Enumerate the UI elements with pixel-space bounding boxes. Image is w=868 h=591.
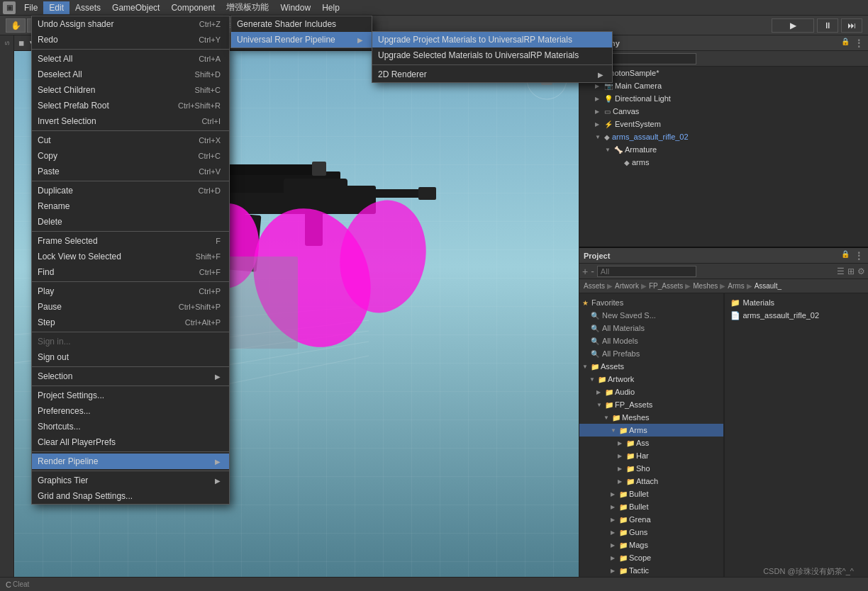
menu-enhanced[interactable]: 增强板功能 <box>221 0 274 15</box>
hierarchy-lock[interactable]: 🔒 <box>841 38 850 49</box>
menu-gameobject[interactable]: GameObject <box>106 1 165 14</box>
tree-item[interactable]: ▶📁Scope <box>579 551 723 564</box>
toolbar-hand[interactable]: ✋ <box>6 18 26 33</box>
item-icon-mesh: ◆ <box>624 159 630 167</box>
fav-label: All Materials <box>602 324 645 332</box>
menu-file[interactable]: File <box>18 1 43 14</box>
project-more[interactable]: ⋮ <box>854 250 864 261</box>
menu-copy[interactable]: Copy Ctrl+C <box>32 148 229 164</box>
tree-item[interactable]: ▼📁FP_Assets <box>579 398 723 411</box>
file-item[interactable]: 📄arms_assault_rifle_02 <box>725 309 869 322</box>
menu-paste[interactable]: Paste Ctrl+V <box>32 164 229 179</box>
menu-delete[interactable]: Delete <box>32 214 229 230</box>
menu-invert-selection[interactable]: Invert Selection Ctrl+I <box>32 113 229 129</box>
menu-redo[interactable]: Redo Ctrl+Y <box>32 32 229 47</box>
tree-item[interactable]: ▶📁Grena <box>579 513 723 526</box>
menu-pause[interactable]: Pause Ctrl+Shift+P <box>32 299 229 315</box>
project-search[interactable] <box>597 266 696 277</box>
hierarchy-item[interactable]: ◆arms <box>579 156 868 169</box>
favorites-item[interactable]: 🔍New Saved S... <box>579 309 723 322</box>
menu-selection[interactable]: Selection ▶ <box>32 368 229 384</box>
hierarchy-item[interactable]: ▼🦴Armature <box>579 143 868 156</box>
tree-item-label: Guns <box>629 528 647 536</box>
menu-undo[interactable]: Undo Assign shader Ctrl+Z <box>32 16 229 32</box>
favorites-item[interactable]: 🔍All Models <box>579 334 723 347</box>
tree-item[interactable]: ▶📁Sho <box>579 462 723 475</box>
project-grid-toggle[interactable]: ⊞ <box>847 266 855 276</box>
menu-rename[interactable]: Rename <box>32 198 229 214</box>
menu-component[interactable]: Component <box>165 1 221 14</box>
menu-clear-prefs[interactable]: Clear All PlayerPrefs <box>32 434 229 450</box>
menu-assets[interactable]: Assets <box>69 1 106 14</box>
hierarchy-more[interactable]: ⋮ <box>854 38 864 49</box>
tree-item[interactable]: ▶📁Mags <box>579 539 723 551</box>
project-lock[interactable]: 🔒 <box>841 250 850 261</box>
tree-item[interactable]: ▶📁Guns <box>579 526 723 539</box>
favorites-item[interactable]: 🔍All Prefabs <box>579 347 723 360</box>
menu-window[interactable]: Window <box>274 1 316 14</box>
step-button[interactable]: ⏭ <box>841 18 862 33</box>
menu-grid-snap[interactable]: Grid and Snap Settings... <box>32 488 229 504</box>
submenu-upgrade-selected[interactable]: Upgrade Selected Materials to UniversalR… <box>372 47 612 63</box>
menu-render-pipeline[interactable]: Render Pipeline ▶ <box>32 454 229 469</box>
hierarchy-item[interactable]: ▶⚡EventSystem <box>579 118 868 130</box>
menu-play[interactable]: Play Ctrl+P <box>32 283 229 299</box>
hierarchy-item[interactable]: ▼🎬PhotonSample* <box>579 67 868 79</box>
hierarchy-item[interactable]: ▶📷Main Camera <box>579 79 868 92</box>
tree-item[interactable]: ▼📁Artwork <box>579 373 723 385</box>
project-minus[interactable]: - <box>591 266 594 277</box>
menu-preferences[interactable]: Preferences... <box>32 403 229 419</box>
menu-frame-selected[interactable]: Frame Selected F <box>32 233 229 249</box>
tree-item[interactable]: ▼📁Meshes <box>579 411 723 424</box>
breadcrumb-current: Assault_ <box>755 282 781 290</box>
menu-step[interactable]: Step Ctrl+Alt+P <box>32 315 229 330</box>
tree-item[interactable]: ▶📁Attach <box>579 475 723 488</box>
menu-project-settings[interactable]: Project Settings... <box>32 388 229 403</box>
folder-icon: 📁 <box>619 516 628 524</box>
tree-expand-arrow: ▶ <box>611 542 618 548</box>
breadcrumb-meshes: Meshes <box>693 282 718 290</box>
hierarchy-item[interactable]: ▶▭Canvas <box>579 105 868 118</box>
menu-duplicate[interactable]: Duplicate Ctrl+D <box>32 183 229 198</box>
tree-expand-arrow: ▼ <box>582 364 589 370</box>
expand-arrow: ▶ <box>595 83 602 89</box>
menu-edit[interactable]: Edit <box>43 1 69 14</box>
menu-deselect-all[interactable]: Deselect All Shift+D <box>32 67 229 82</box>
hierarchy-item[interactable]: ▶💡Directional Light <box>579 92 868 105</box>
menu-graphics-tier[interactable]: Graphics Tier ▶ <box>32 473 229 488</box>
submenu-2d-renderer[interactable]: 2D Renderer ▶ <box>372 67 612 82</box>
menu-signout[interactable]: Sign out <box>32 349 229 365</box>
menu-shortcuts[interactable]: Shortcuts... <box>32 419 229 434</box>
project-view-toggle[interactable]: ☰ <box>837 266 845 276</box>
menu-select-prefab-root[interactable]: Select Prefab Root Ctrl+Shift+R <box>32 98 229 113</box>
menu-lock-view[interactable]: Lock View to Selected Shift+F <box>32 249 229 264</box>
tree-item[interactable]: ▶📁Har <box>579 449 723 462</box>
submenu-generate-shader[interactable]: Generate Shader Includes <box>231 16 372 32</box>
sep5 <box>32 281 229 282</box>
menu-find[interactable]: Find Ctrl+F <box>32 264 229 280</box>
menu-help[interactable]: Help <box>316 1 345 14</box>
tree-item[interactable]: ▼📁Assets <box>579 360 723 373</box>
submenu-universal-render[interactable]: Universal Render Pipeline ▶ <box>231 32 372 47</box>
menu-select-children[interactable]: Select Children Shift+C <box>32 82 229 98</box>
breadcrumb-text: Assets <box>584 282 605 290</box>
tree-item[interactable]: ▶📁Ass <box>579 437 723 449</box>
submenu-upgrade-project[interactable]: Upgrade Project Materials to UniversalRP… <box>372 32 612 47</box>
favorites-item[interactable]: 🔍All Materials <box>579 322 723 334</box>
tree-item[interactable]: ▶📁Bullet <box>579 500 723 513</box>
file-item[interactable]: 📁Materials <box>725 296 869 309</box>
shading-mode[interactable]: ◼ <box>18 39 24 47</box>
left-panel: S <box>0 35 14 591</box>
hierarchy-item[interactable]: ▼◆arms_assault_rifle_02 <box>579 130 868 143</box>
menu-select-all[interactable]: Select All Ctrl+A <box>32 51 229 67</box>
project-add[interactable]: + <box>582 266 588 277</box>
tree-item[interactable]: ▼📁Arms <box>579 424 723 437</box>
menu-cut[interactable]: Cut Ctrl+X <box>32 133 229 148</box>
tree-item[interactable]: ▶📁Bullet <box>579 488 723 500</box>
pause-button[interactable]: ⏸ <box>817 18 838 33</box>
project-settings[interactable]: ⚙ <box>857 266 865 276</box>
tree-expand-arrow: ▶ <box>611 555 618 561</box>
tree-item[interactable]: ▶📁Audio <box>579 385 723 398</box>
tree-item[interactable]: ▶📁Tactic <box>579 564 723 577</box>
play-button[interactable]: ▶ <box>772 18 814 33</box>
